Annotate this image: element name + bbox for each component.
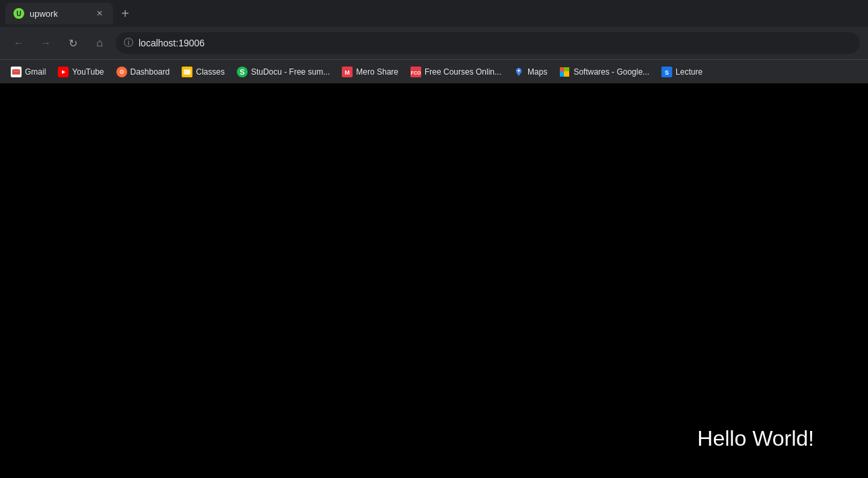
svg-text:M: M [345, 69, 351, 76]
svg-rect-5 [188, 68, 189, 70]
tab-bar: U upwork ✕ + [0, 0, 868, 27]
lecture-favicon: S [661, 67, 672, 77]
tab-close-button[interactable]: ✕ [94, 8, 105, 19]
svg-rect-3 [184, 69, 190, 75]
dashboard-label: Dashboard [131, 67, 170, 77]
svg-rect-4 [185, 68, 186, 70]
studocu-favicon: S [237, 67, 248, 77]
svg-text:FCO: FCO [411, 70, 421, 75]
maps-favicon [513, 67, 524, 77]
softwares-label: Softwares - Google... [573, 67, 649, 77]
youtube-label: YouTube [72, 67, 104, 77]
lecture-label: Lecture [676, 67, 702, 77]
secure-icon: ⓘ [124, 37, 133, 49]
bookmark-studocu[interactable]: S StuDocu - Free sum... [231, 63, 335, 81]
back-button[interactable]: ← [8, 32, 30, 54]
new-tab-button[interactable]: + [116, 4, 135, 23]
forward-button[interactable]: → [35, 32, 57, 54]
page-content: Hello World! [0, 83, 868, 478]
bookmark-classes[interactable]: Classes [176, 63, 230, 81]
bookmark-lecture[interactable]: S Lecture [656, 63, 708, 81]
url-display: localhost:19006 [139, 38, 852, 48]
gmail-label: Gmail [25, 67, 46, 77]
bookmark-youtube[interactable]: YouTube [52, 63, 109, 81]
address-bar[interactable]: ⓘ localhost:19006 [116, 32, 860, 54]
bookmark-gmail[interactable]: Gmail [5, 63, 51, 81]
bookmark-meroshare[interactable]: M Mero Share [336, 63, 404, 81]
meroshare-label: Mero Share [356, 67, 398, 77]
home-button[interactable]: ⌂ [89, 32, 110, 54]
hello-world-text: Hello World! [697, 426, 814, 451]
back-icon: ← [13, 37, 24, 49]
svg-point-11 [518, 69, 520, 71]
reload-icon: ↻ [69, 37, 77, 50]
nav-bar: ← → ↻ ⌂ ⓘ localhost:19006 [0, 27, 868, 59]
meroshare-favicon: M [342, 67, 353, 77]
dashboard-favicon: ⚙ [116, 67, 127, 77]
maps-label: Maps [528, 67, 547, 77]
tab-favicon: U [13, 8, 24, 19]
studocu-label: StuDocu - Free sum... [251, 67, 330, 77]
classes-favicon [182, 67, 192, 77]
active-tab[interactable]: U upwork ✕ [5, 3, 113, 24]
bookmark-softwares[interactable]: Softwares - Google... [554, 63, 655, 81]
svg-text:S: S [665, 69, 669, 75]
bookmarks-bar: Gmail YouTube ⚙ Dashboard Classes S S [0, 59, 868, 83]
home-icon: ⌂ [96, 37, 103, 49]
svg-rect-15 [564, 71, 569, 77]
browser-chrome: U upwork ✕ + ← → ↻ ⌂ ⓘ localhost:19006 [0, 0, 868, 83]
fco-favicon: FCO [410, 67, 421, 77]
url-host: localhost:19006 [139, 38, 205, 48]
bookmark-maps[interactable]: Maps [508, 63, 552, 81]
reload-button[interactable]: ↻ [62, 32, 83, 54]
youtube-favicon [58, 67, 69, 77]
bookmark-fco[interactable]: FCO Free Courses Onlin... [405, 63, 507, 81]
classes-label: Classes [196, 67, 225, 77]
softwares-favicon [559, 67, 570, 77]
tab-title: upwork [30, 9, 89, 19]
fco-label: Free Courses Onlin... [425, 67, 501, 77]
gmail-favicon [11, 67, 22, 77]
forward-icon: → [40, 37, 51, 49]
bookmark-dashboard[interactable]: ⚙ Dashboard [111, 63, 176, 81]
